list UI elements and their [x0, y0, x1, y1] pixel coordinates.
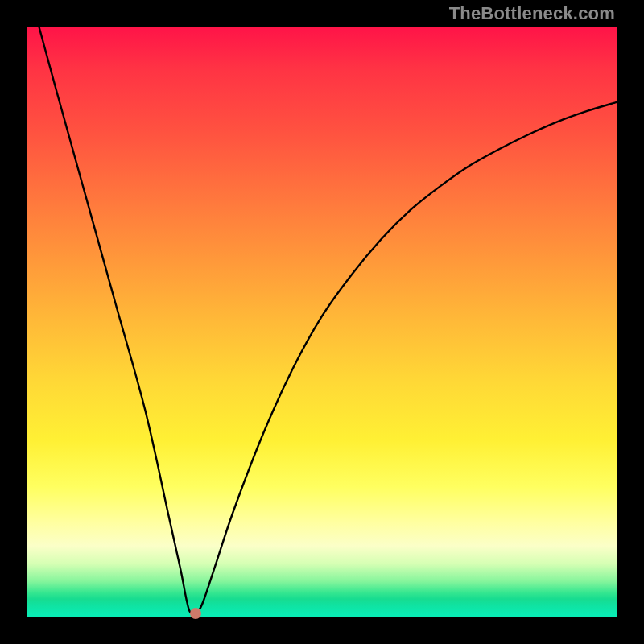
chart-frame: TheBottleneck.com [0, 0, 644, 644]
minimum-marker-dot [190, 608, 201, 619]
bottleneck-curve [27, 27, 617, 617]
watermark-text: TheBottleneck.com [449, 3, 615, 24]
plot-area [27, 27, 617, 617]
